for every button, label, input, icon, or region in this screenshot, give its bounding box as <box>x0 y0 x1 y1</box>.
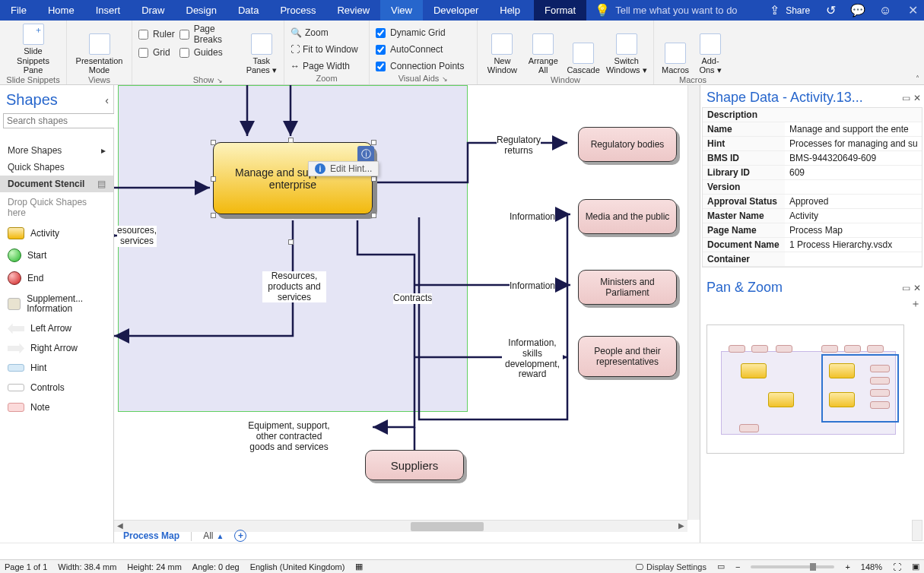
shape-data-row[interactable]: Container <box>703 252 922 267</box>
dynamic-grid-checkbox[interactable]: Dynamic Grid <box>376 25 464 40</box>
panzoom-scrollbar[interactable] <box>912 520 922 541</box>
menu-data[interactable]: Data <box>227 0 269 21</box>
zoom-in-icon[interactable]: + <box>845 562 849 571</box>
comment-icon[interactable]: 💬 <box>851 4 865 17</box>
tell-me[interactable]: 💡 <box>595 4 767 17</box>
menu-format[interactable]: Format <box>534 0 586 21</box>
node-media[interactable]: Media and the public <box>578 199 677 234</box>
selection-handle[interactable] <box>371 140 376 145</box>
zoom-in-icon[interactable]: ＋ <box>910 297 921 309</box>
selection-handle[interactable] <box>211 140 216 145</box>
shape-data-row[interactable]: Master NameActivity <box>703 209 922 223</box>
shape-data-row[interactable]: Document Name1 Process Hierarchy.vsdx <box>703 238 922 252</box>
menu-insert[interactable]: Insert <box>85 0 132 21</box>
stencil-left-arrow[interactable]: Left Arrow <box>0 318 113 338</box>
selection-handle[interactable] <box>371 213 376 218</box>
menu-draw[interactable]: Draw <box>131 0 175 21</box>
display-settings-button[interactable]: 🖵Display Settings <box>635 562 706 571</box>
stencil-right-arrow[interactable]: Right Arrow <box>0 338 113 358</box>
selection-handle[interactable] <box>371 176 376 182</box>
node-regulatory[interactable]: Regulatory bodies <box>578 127 677 162</box>
zoom-button[interactable]: 🔍Zoom <box>291 25 358 40</box>
menu-home[interactable]: Home <box>37 0 85 21</box>
guides-checkbox[interactable]: Guides <box>179 45 241 60</box>
ruler-checkbox[interactable]: Ruler <box>138 27 175 42</box>
shapes-collapse-icon[interactable]: ‹ <box>105 94 109 106</box>
stencil-start[interactable]: Start <box>0 244 113 267</box>
full-screen-icon[interactable]: ▣ <box>912 562 919 571</box>
node-people[interactable]: People and their representatives <box>578 336 677 377</box>
shape-data-value[interactable]: Processes for managing and su <box>785 137 922 150</box>
zoom-slider[interactable] <box>751 565 834 568</box>
panzoom-thumbnail[interactable] <box>706 324 904 454</box>
vertical-scrollbar[interactable] <box>687 85 700 520</box>
grid-checkbox[interactable]: Grid <box>138 45 175 60</box>
stencil-activity[interactable]: Activity <box>0 223 113 244</box>
page-breaks-checkbox[interactable]: Page Breaks <box>179 27 241 42</box>
cascade-button[interactable]: Cascade <box>566 24 602 75</box>
shape-data-value[interactable] <box>785 180 922 194</box>
switch-windows-button[interactable]: Switch Windows ▾ <box>606 24 647 75</box>
shape-data-value[interactable]: 609 <box>785 166 922 179</box>
document-stencil-link[interactable]: Document Stencil▤ <box>0 176 113 192</box>
menu-help[interactable]: Help <box>489 0 531 21</box>
close-icon[interactable]: ✕ <box>906 4 919 17</box>
add-page-button[interactable]: + <box>234 530 246 542</box>
arrange-all-button[interactable]: Arrange All <box>526 24 561 75</box>
page-tab-process-map[interactable]: Process Map <box>123 530 179 541</box>
selection-handle[interactable] <box>211 176 216 182</box>
history-icon[interactable]: ↺ <box>824 4 837 17</box>
zoom-out-icon[interactable]: − <box>735 562 740 571</box>
shape-data-row[interactable]: Approval StatusApproved <box>703 195 922 209</box>
panzoom-viewport[interactable] <box>821 354 899 423</box>
smart-tag-icon[interactable]: ⓘ <box>357 146 374 163</box>
fit-page-icon[interactable]: ⛶ <box>893 562 901 571</box>
panzoom-body[interactable] <box>700 311 924 520</box>
quick-shapes-link[interactable]: Quick Shapes <box>0 159 113 176</box>
pane-close-icon[interactable]: ✕ <box>913 283 921 293</box>
macros-button[interactable]: Macros <box>660 24 691 75</box>
menu-developer[interactable]: Developer <box>423 0 489 21</box>
shape-data-value[interactable]: Activity <box>785 209 922 223</box>
menu-review[interactable]: Review <box>326 0 380 21</box>
visual-aids-dialog-icon[interactable]: ↘ <box>442 75 448 83</box>
shape-data-value[interactable]: 1 Process Hierarchy.vsdx <box>785 238 922 252</box>
autoconnect-checkbox[interactable]: AutoConnect <box>376 42 464 57</box>
macro-record-icon[interactable]: ▦ <box>355 562 363 571</box>
activity-shape[interactable]: Manage and support the enterprise <box>213 142 373 214</box>
menu-process[interactable]: Process <box>269 0 326 21</box>
pane-close-icon[interactable]: ✕ <box>913 93 921 103</box>
search-shapes-input[interactable] <box>3 113 125 128</box>
canvas[interactable]: Manage and support the enterprise ⓘ iEdi… <box>114 85 700 543</box>
shape-data-row[interactable]: HintProcesses for managing and su <box>703 137 922 151</box>
selection-handle[interactable] <box>211 213 216 218</box>
node-ministers[interactable]: Ministers and Parliament <box>578 270 677 305</box>
shape-data-row[interactable]: Library ID609 <box>703 166 922 180</box>
menu-design[interactable]: Design <box>176 0 227 21</box>
collapse-ribbon-icon[interactable]: ˄ <box>916 74 919 83</box>
more-shapes-link[interactable]: More Shapes▸ <box>0 142 113 159</box>
task-panes-button[interactable]: Task Panes ▾ <box>246 24 278 75</box>
shape-data-row[interactable]: Page NameProcess Map <box>703 223 922 238</box>
presentation-mode-button[interactable]: Presentation Mode <box>75 24 124 75</box>
shape-data-row[interactable]: BMS IDBMS-944320649-609 <box>703 151 922 166</box>
smiley-icon[interactable]: ☺ <box>878 4 892 17</box>
all-pages-button[interactable]: All ▲ <box>203 530 224 541</box>
connection-points-checkbox[interactable]: Connection Points <box>376 59 464 74</box>
shape-data-value[interactable]: Process Map <box>785 223 922 237</box>
share-button[interactable]: ⇪ Share <box>767 4 810 17</box>
pane-window-icon[interactable]: ▭ <box>902 283 910 293</box>
addons-button[interactable]: Add- Ons ▾ <box>695 24 726 75</box>
pane-window-icon[interactable]: ▭ <box>902 93 910 103</box>
menu-view[interactable]: View <box>380 0 423 21</box>
edit-hint-callout[interactable]: iEdit Hint... <box>308 161 379 176</box>
shape-data-row[interactable]: NameManage and support the ente <box>703 122 922 137</box>
menu-file[interactable]: File <box>0 0 37 21</box>
selection-handle[interactable] <box>288 138 294 143</box>
shape-data-value[interactable] <box>785 252 922 266</box>
tell-me-input[interactable] <box>615 5 767 16</box>
node-suppliers[interactable]: Suppliers <box>365 450 464 480</box>
stencil-note[interactable]: Note <box>0 397 113 417</box>
stencil-supplement[interactable]: Supplement... Information <box>0 290 113 318</box>
stencil-controls[interactable]: Controls <box>0 378 113 397</box>
